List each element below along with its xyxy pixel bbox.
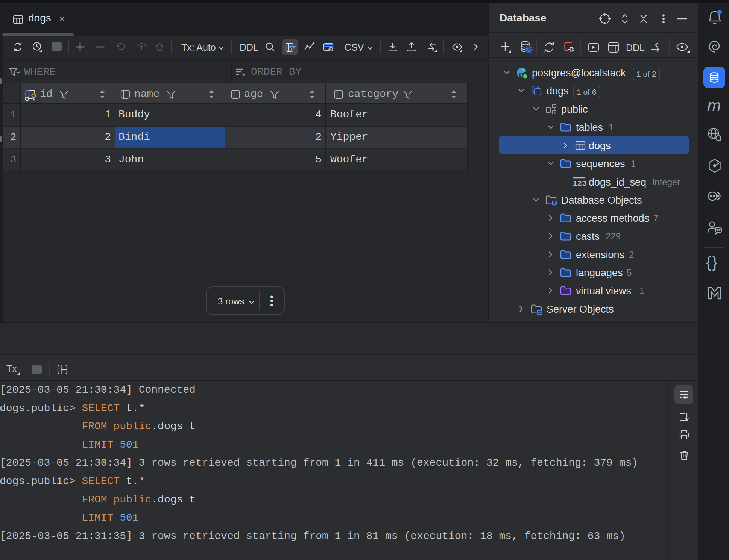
svg-text:123: 123	[573, 179, 586, 188]
